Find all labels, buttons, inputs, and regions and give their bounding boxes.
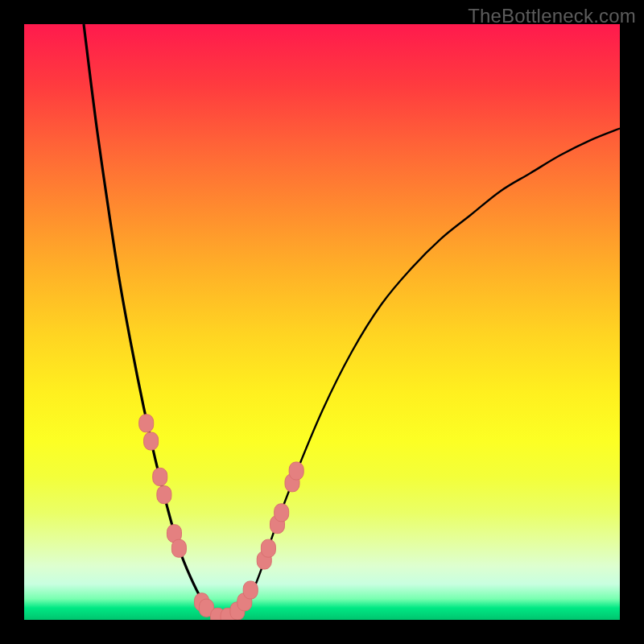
marker-point <box>289 462 303 480</box>
plot-area <box>24 24 620 620</box>
marker-point <box>144 432 159 450</box>
right-branch-curve <box>233 129 620 617</box>
highlight-markers <box>139 415 303 620</box>
marker-point <box>261 539 275 557</box>
marker-point <box>243 581 258 599</box>
marker-point <box>275 504 289 522</box>
marker-point <box>171 539 186 557</box>
marker-point <box>139 415 154 432</box>
left-branch-curve <box>84 24 215 617</box>
marker-point <box>157 486 171 504</box>
curve-svg <box>24 24 620 620</box>
chart-frame: TheBottleneck.com <box>0 0 644 644</box>
marker-point <box>153 468 167 485</box>
